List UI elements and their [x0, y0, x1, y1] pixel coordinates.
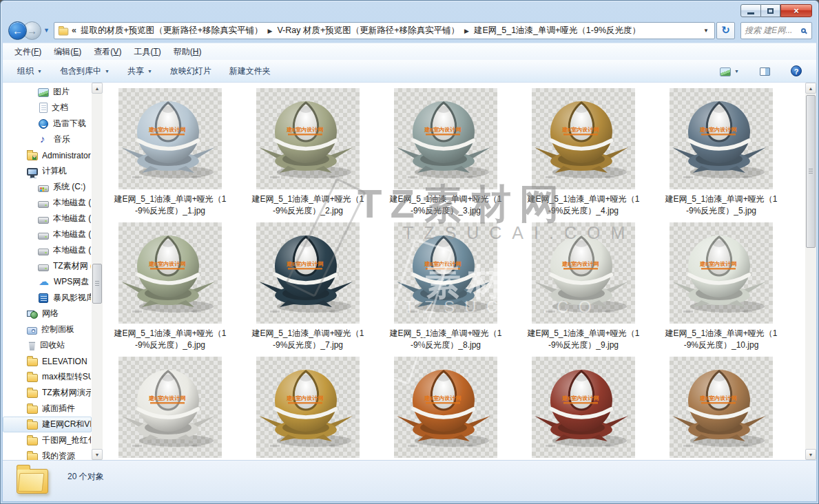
file-tile[interactable]: 建E室内设计网建E网_5_1油漆_单调+哑光（1-9%反光度）_1.jpg: [118, 88, 222, 222]
tree-item[interactable]: 回收站: [3, 337, 92, 353]
address-bar[interactable]: « 提取的材质+预览图（更新路径+移除真实平铺）▶V-Ray 材质+预览图（更新…: [54, 22, 715, 39]
chevron-down-icon: ▼: [147, 69, 152, 74]
file-list-view[interactable]: 建E室内设计网建E网_5_1油漆_单调+哑光（1-9%反光度）_1.jpg建E室…: [103, 83, 816, 460]
back-button[interactable]: ←: [8, 21, 27, 40]
breadcrumb-segment[interactable]: 提取的材质+预览图（更新路径+移除真实平铺）: [79, 25, 265, 35]
toolbar-button[interactable]: 包含到库中▼: [52, 61, 117, 81]
file-tile[interactable]: 建E室内设计网建E网_5_1油漆_单调+哑光（1-9%反光度）_3.jpg: [394, 88, 497, 222]
scroll-up-icon[interactable]: ▲: [805, 83, 816, 94]
drive-icon: [38, 264, 49, 271]
scroll-down-icon[interactable]: ▼: [92, 449, 103, 460]
svg-text:建E室内设计网: 建E室内设计网: [699, 126, 736, 133]
toolbar-button[interactable]: 组织▼: [10, 61, 50, 81]
tree-item[interactable]: 本地磁盘 (G: [3, 242, 92, 258]
tree-item[interactable]: 文档: [3, 100, 92, 116]
breadcrumb-overflow-chevron[interactable]: «: [72, 25, 76, 35]
toolbar-button[interactable]: 新建文件夹: [222, 61, 278, 81]
tree-item[interactable]: 本地磁盘 (F: [3, 227, 92, 242]
file-tile[interactable]: 建E室内设计网建E网_5_1油漆_单调+哑光（1-9%反光度）_2.jpg: [256, 88, 360, 222]
views-button[interactable]: ▼: [712, 62, 747, 81]
breadcrumb-segment[interactable]: V-Ray 材质+预览图（更新路径+移除真实平铺）: [276, 25, 461, 35]
tree-item[interactable]: WPS网盘: [3, 274, 92, 290]
breadcrumb-segment[interactable]: 建E网_5_1油漆_单调+哑光（1-9%反光度）: [473, 25, 642, 35]
maximize-icon: [767, 8, 774, 14]
scroll-up-icon[interactable]: ▲: [92, 83, 103, 94]
refresh-button[interactable]: ↻: [716, 22, 735, 39]
minimize-button[interactable]: [740, 4, 761, 17]
tree-item[interactable]: 系统 (C:): [3, 179, 92, 195]
tree-item[interactable]: 我的资源: [3, 448, 92, 460]
file-tile[interactable]: 建E室内设计网建E网_5_1油漆_单调+哑光（1-9%反光度）_9.jpg: [532, 222, 635, 357]
file-tile[interactable]: 建E室内设计网建E网_5_1油漆_单调+哑光（1-9%反光度）_7.jpg: [256, 222, 360, 357]
scroll-down-icon[interactable]: ▼: [805, 449, 816, 460]
content-scrollbar[interactable]: ▲ ▼: [805, 83, 816, 460]
tree-item-label: 网络: [42, 308, 59, 319]
tree-item-label: 我的资源: [42, 450, 75, 460]
content-scrollbar-thumb[interactable]: [806, 95, 816, 248]
menu-item[interactable]: 帮助(H): [167, 44, 208, 60]
tree-item[interactable]: max模型转SU: [3, 369, 92, 385]
preview-pane-button[interactable]: [752, 62, 778, 80]
tree-item-label: 迅雷下载: [53, 118, 86, 129]
tree-item[interactable]: 本地磁盘 (D: [3, 195, 92, 211]
tree-item[interactable]: 建E网CR和VI: [3, 417, 92, 432]
file-tile[interactable]: 建E室内设计网: [532, 357, 635, 460]
toolbar-button-label: 共享: [127, 65, 144, 77]
tree-item[interactable]: 网络: [3, 306, 92, 322]
tree-item[interactable]: 音乐: [3, 132, 92, 147]
tree-item[interactable]: 本地磁盘 (E: [3, 211, 92, 227]
breadcrumb-separator-icon[interactable]: ▶: [464, 28, 469, 34]
menu-item[interactable]: 文件(F): [8, 44, 48, 60]
recent-pages-dropdown-icon[interactable]: ▼: [43, 27, 50, 34]
tree-item-label: 本地磁盘 (D: [53, 197, 91, 209]
refresh-icon: ↻: [721, 24, 730, 36]
file-tile[interactable]: 建E室内设计网建E网_5_1油漆_单调+哑光（1-9%反光度）_8.jpg: [394, 222, 497, 357]
file-tile[interactable]: 建E室内设计网: [256, 357, 360, 460]
tree-item[interactable]: 图片: [3, 84, 92, 100]
help-button[interactable]: ?: [783, 61, 809, 81]
file-tile[interactable]: 建E室内设计网建E网_5_1油漆_单调+哑光（1-9%反光度）_10.jpg: [670, 222, 773, 357]
chevron-down-icon: ▼: [734, 69, 739, 74]
tree-item[interactable]: ELEVATION: [3, 353, 92, 369]
menu-item[interactable]: 工具(T): [127, 44, 167, 60]
tree-item[interactable]: Administrator: [3, 147, 92, 163]
sidebar-scrollbar-thumb[interactable]: [92, 264, 102, 304]
sidebar-scrollbar[interactable]: ▲ ▼: [92, 83, 103, 460]
window-controls: ×: [740, 4, 812, 17]
svg-text:建E室内设计网: 建E室内设计网: [286, 126, 323, 133]
file-name: 建E网_5_1油漆_单调+哑光（1-9%反光度）_3.jpg: [389, 193, 502, 218]
tree-item[interactable]: TZ素材网 (: [3, 258, 92, 274]
tree-item[interactable]: 控制面板: [3, 322, 92, 337]
svg-text:建E室内设计网: 建E室内设计网: [561, 126, 599, 133]
menu-bar: 文件(F)编辑(E)查看(V)工具(T)帮助(H): [3, 43, 816, 60]
file-tile[interactable]: 建E室内设计网建E网_5_1油漆_单调+哑光（1-9%反光度）_4.jpg: [532, 88, 635, 222]
menu-item[interactable]: 查看(V): [87, 44, 127, 60]
tree-item[interactable]: 暴风影视库: [3, 290, 92, 306]
toolbar-button[interactable]: 共享▼: [120, 61, 160, 81]
file-tile[interactable]: 建E室内设计网建E网_5_1油漆_单调+哑光（1-9%反光度）_5.jpg: [670, 88, 773, 222]
tree-item[interactable]: 减面插件: [3, 401, 92, 417]
file-tile[interactable]: 建E室内设计网: [670, 357, 773, 460]
file-tile[interactable]: 建E室内设计网建E网_5_1油漆_单调+哑光（1-9%反光度）_6.jpg: [118, 222, 222, 357]
file-tile[interactable]: 建E室内设计网: [394, 357, 497, 460]
chevron-down-icon: ▼: [37, 69, 42, 74]
file-tile[interactable]: 建E室内设计网: [118, 357, 222, 460]
tree-item[interactable]: 千图网_抢红包: [3, 432, 92, 448]
title-bar[interactable]: ×: [3, 1, 816, 19]
maximize-button[interactable]: [761, 4, 780, 17]
status-bar: 20 个对象: [3, 460, 816, 501]
search-input[interactable]: 搜索 建E网...: [740, 22, 812, 39]
navigation-row: ← → ▼ « 提取的材质+预览图（更新路径+移除真实平铺）▶V-Ray 材质+…: [3, 19, 816, 43]
tree-item[interactable]: 迅雷下载: [3, 116, 92, 132]
tree-item[interactable]: 计算机: [3, 163, 92, 179]
address-dropdown-icon[interactable]: ▼: [701, 28, 712, 34]
svg-text:建E室内设计网: 建E室内设计网: [424, 260, 461, 267]
tree-item-label: 系统 (C:): [53, 181, 85, 193]
doc-icon: [39, 103, 48, 113]
close-button[interactable]: ×: [780, 4, 812, 17]
toolbar-button[interactable]: 放映幻灯片: [163, 61, 219, 81]
tree-item[interactable]: TZ素材网演示: [3, 385, 92, 401]
breadcrumb: 提取的材质+预览图（更新路径+移除真实平铺）▶V-Ray 材质+预览图（更新路径…: [79, 25, 642, 36]
menu-item[interactable]: 编辑(E): [48, 44, 87, 60]
breadcrumb-separator-icon[interactable]: ▶: [267, 28, 272, 34]
